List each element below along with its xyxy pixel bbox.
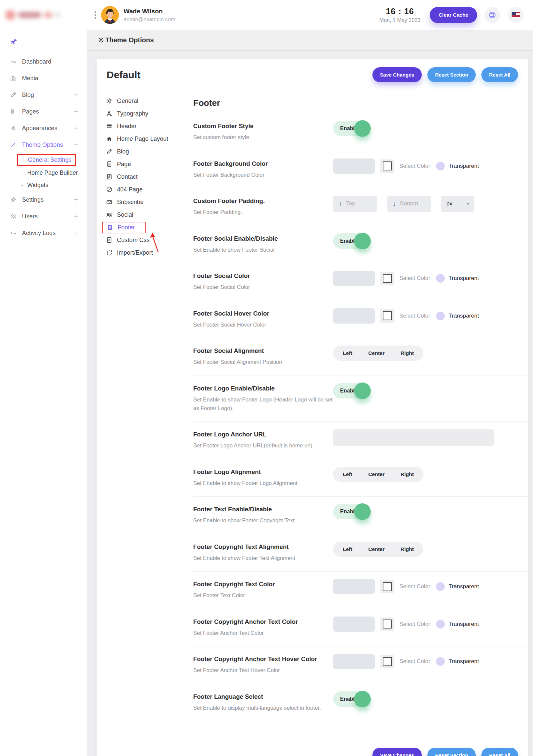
expand-icon[interactable]: +: [74, 195, 78, 204]
transparent-radio[interactable]: [436, 312, 445, 320]
setting-label-group: Footer Logo Enable/DisableSet Enable to …: [193, 385, 333, 412]
align-option-center[interactable]: Center: [360, 350, 392, 356]
collapse-icon[interactable]: −: [74, 140, 78, 149]
settings-nav-item-typography[interactable]: Typography: [97, 107, 183, 120]
settings-nav-item-blog[interactable]: Blog: [97, 145, 183, 158]
clear-cache-button[interactable]: Clear Cache: [430, 7, 477, 23]
align-option-center[interactable]: Center: [360, 546, 392, 552]
setting-description: Set Footer Anchor Text Hover Color: [193, 666, 333, 675]
transparent-label: Transparent: [449, 583, 479, 590]
settings-nav-item-import-export[interactable]: Import/Export: [97, 246, 183, 259]
settings-nav-item-page[interactable]: Page: [97, 158, 183, 170]
reset-all-button-bottom[interactable]: Reset All: [481, 748, 518, 756]
select-color-checkbox[interactable]: [380, 272, 394, 285]
settings-nav-item-header[interactable]: Header: [97, 120, 183, 132]
toggle-enable[interactable]: Enable: [333, 504, 368, 519]
setting-description: Set Enable to show Footer Logo Alignment: [193, 479, 333, 488]
ban-icon: [106, 186, 113, 193]
toggle-knob[interactable]: [354, 233, 371, 249]
sidebar-item-settings[interactable]: Settings+: [0, 191, 87, 208]
reset-all-button[interactable]: Reset All: [481, 67, 518, 82]
color-swatch-input[interactable]: [333, 617, 375, 632]
padding-top-input[interactable]: ↑Top: [333, 196, 377, 212]
select-color-checkbox[interactable]: [380, 655, 394, 668]
color-control-group: Select ColorTransparent: [333, 271, 495, 286]
dots-menu-icon[interactable]: [95, 11, 96, 19]
color-swatch-input[interactable]: [333, 308, 375, 324]
setting-title: Footer Social Enable/Disable: [193, 235, 333, 242]
select-color-checkbox[interactable]: [380, 309, 394, 323]
setting-label-group: Footer Logo Anchor URLSet Footer Logo An…: [193, 431, 333, 450]
color-swatch-input[interactable]: [333, 158, 375, 174]
settings-nav-item-custom-css[interactable]: aCustom Css: [97, 234, 183, 246]
language-flag-button[interactable]: [508, 7, 524, 23]
toggle-knob[interactable]: [354, 120, 371, 137]
sidebar-subitem-home-page-builder[interactable]: -Home Page Builder: [0, 167, 87, 179]
color-swatch-input[interactable]: [333, 271, 375, 286]
align-option-left[interactable]: Left: [335, 350, 360, 356]
color-swatch-input[interactable]: [333, 579, 375, 594]
save-changes-button-bottom[interactable]: Save Changes: [372, 748, 422, 756]
pin-icon[interactable]: [10, 38, 87, 47]
select-color-checkbox[interactable]: [380, 618, 394, 631]
sidebar-subitem-widgets[interactable]: -Widgets: [0, 179, 87, 191]
settings-nav-item-404-page[interactable]: 404 Page: [97, 183, 183, 196]
transparent-radio[interactable]: [436, 582, 445, 591]
reset-section-button[interactable]: Reset Section: [427, 67, 476, 82]
expand-icon[interactable]: +: [74, 107, 78, 116]
avatar[interactable]: [101, 6, 119, 24]
transparent-radio[interactable]: [436, 620, 445, 629]
settings-nav-item-home-page-layout[interactable]: Home Page Layout: [97, 132, 183, 145]
sidebar-item-appearances[interactable]: Appearances+: [0, 120, 87, 136]
unit-select[interactable]: px▾: [441, 196, 474, 212]
sidebar-item-activity-logs[interactable]: Activity Logs+: [0, 225, 87, 241]
expand-icon[interactable]: +: [74, 229, 78, 237]
transparent-label: Transparent: [449, 621, 479, 628]
sidebar-item-theme-options[interactable]: Theme Options−: [0, 136, 87, 153]
align-option-left[interactable]: Left: [335, 471, 360, 477]
anchor-url-input[interactable]: [333, 429, 494, 446]
arrow-up-icon: ↑: [339, 200, 342, 207]
transparent-radio[interactable]: [436, 274, 445, 283]
toggle-knob[interactable]: [354, 382, 371, 399]
align-option-right[interactable]: Right: [393, 471, 422, 477]
globe-button[interactable]: [484, 7, 500, 23]
toggle-enable[interactable]: Enable: [333, 121, 368, 136]
app-logo[interactable]: [0, 10, 87, 20]
align-option-right[interactable]: Right: [393, 546, 422, 552]
footer-doc-icon: [107, 224, 113, 231]
color-swatch-input[interactable]: [333, 654, 375, 669]
sidebar-subitem-general-settings[interactable]: -General Settings: [0, 153, 87, 167]
expand-icon[interactable]: +: [74, 124, 78, 132]
setting-control: LeftCenterRight: [333, 542, 495, 557]
toggle-knob[interactable]: [354, 503, 371, 520]
settings-nav-item-social[interactable]: Social: [97, 208, 183, 221]
toggle-knob[interactable]: [354, 691, 371, 707]
save-changes-button[interactable]: Save Changes: [372, 67, 422, 82]
sidebar-item-dashboard[interactable]: Dashboard: [0, 53, 87, 70]
toggle-enable[interactable]: Enable: [333, 383, 368, 398]
settings-nav-item-footer[interactable]: Footer: [97, 221, 183, 234]
select-color-checkbox[interactable]: [380, 159, 394, 173]
sidebar-item-blog[interactable]: Blog+: [0, 87, 87, 103]
toggle-enable[interactable]: Enable: [333, 691, 368, 707]
sidebar-item-pages[interactable]: Pages+: [0, 103, 87, 120]
expand-icon[interactable]: +: [74, 91, 78, 99]
expand-icon[interactable]: +: [74, 212, 78, 221]
align-option-right[interactable]: Right: [393, 350, 422, 356]
select-color-checkbox[interactable]: [380, 580, 394, 593]
settings-nav-item-contact[interactable]: Contact: [97, 170, 183, 183]
sidebar-item-users[interactable]: Users+: [0, 208, 87, 225]
settings-nav-item-general[interactable]: General: [97, 95, 183, 107]
settings-nav-item-subscribe[interactable]: Subscribe: [97, 196, 183, 208]
align-option-center[interactable]: Center: [360, 471, 392, 477]
reset-section-button-bottom[interactable]: Reset Section: [427, 748, 476, 756]
align-option-left[interactable]: Left: [335, 546, 360, 552]
settings-row: Footer Copyright Text ColorSet Footer Te…: [193, 572, 528, 609]
transparent-radio[interactable]: [436, 657, 445, 666]
toggle-enable[interactable]: Enable: [333, 233, 368, 249]
padding-bottom-input[interactable]: ↓Bottom: [387, 196, 431, 212]
setting-title: Footer Language Select: [193, 693, 333, 700]
sidebar-item-media[interactable]: Media: [0, 70, 87, 87]
transparent-radio[interactable]: [436, 162, 445, 170]
